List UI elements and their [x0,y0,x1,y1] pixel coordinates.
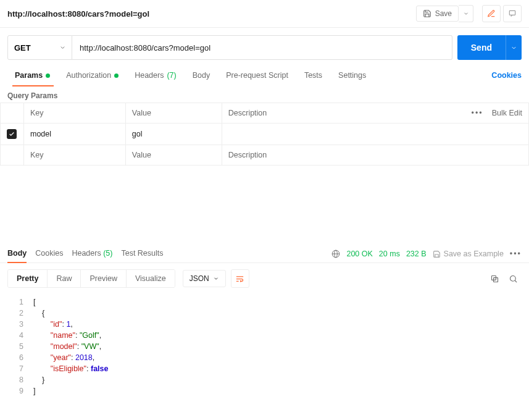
status-size: 232 B [406,250,427,258]
resp-tab-label: Headers [72,249,101,258]
desc-placeholder[interactable]: Description [222,145,528,166]
param-desc[interactable] [222,124,528,145]
copy-icon [490,274,499,284]
format-label: JSON [190,274,209,283]
save-icon [433,250,441,258]
svg-rect-0 [509,10,515,15]
table-row[interactable]: model gol [1,124,529,145]
view-segment: Pretty Raw Preview Visualize [7,269,175,288]
tab-pre-request[interactable]: Pre-request Script [219,65,297,86]
tab-settings[interactable]: Settings [331,65,375,86]
view-preview[interactable]: Preview [80,270,125,287]
comment-button[interactable] [503,5,522,22]
save-icon [423,9,431,18]
tab-label: Params [15,71,43,80]
resp-tab-tests[interactable]: Test Results [121,245,163,262]
format-dropdown[interactable]: JSON [183,270,226,287]
breadcrumb: http://localhost:8080/cars?model=gol [7,9,410,19]
code-lines[interactable]: [ { "id": 1, "name": "Golf", "model": "V… [30,294,108,399]
send-button[interactable]: Send [457,35,506,60]
col-value: Value [125,103,222,124]
view-raw[interactable]: Raw [47,270,80,287]
chevron-down-icon [510,44,517,51]
line-gutter: 123456789 [0,294,30,399]
resp-tab-headers[interactable]: Headers (5) [72,245,112,262]
more-icon[interactable]: ••• [472,109,483,117]
globe-icon[interactable] [331,250,340,258]
dot-indicator [46,74,50,78]
tab-body[interactable]: Body [185,65,219,86]
edit-button[interactable] [482,5,501,22]
wrap-toggle[interactable] [231,269,249,288]
status-time: 20 ms [379,250,400,258]
value-placeholder[interactable]: Value [125,145,222,166]
dot-indicator [114,74,119,78]
save-as-example[interactable]: Save as Example [433,250,504,258]
tab-authorization[interactable]: Authorization [59,65,127,86]
chevron-down-icon [213,275,219,282]
save-label: Save [435,9,452,18]
view-pretty[interactable]: Pretty [8,270,47,287]
param-key[interactable]: model [24,124,126,145]
copy-button[interactable] [486,270,503,287]
col-description: Description ••• Bulk Edit [222,103,528,124]
key-placeholder[interactable]: Key [24,145,126,166]
resp-tab-body[interactable]: Body [7,245,27,262]
checkbox-checked[interactable] [7,129,17,139]
save-button[interactable]: Save [416,6,459,22]
tab-label: Headers [135,71,164,80]
tab-headers[interactable]: Headers (7) [127,65,185,86]
save-dropdown[interactable] [459,5,473,22]
resp-tab-cookies[interactable]: Cookies [35,245,63,262]
tab-params[interactable]: Params [7,65,59,86]
search-button[interactable] [504,270,522,287]
tab-label: Authorization [66,71,111,80]
method-select[interactable]: GET [7,35,72,60]
pencil-icon [487,9,496,18]
params-table: Key Value Description ••• Bulk Edit mode… [0,103,529,166]
bulk-edit-link[interactable]: Bulk Edit [492,109,522,117]
more-icon[interactable]: ••• [510,250,522,258]
search-icon [509,274,518,284]
tab-count: (7) [167,71,176,80]
section-label: Query Params [0,86,529,103]
col-desc-label: Description [228,109,267,117]
response-body: 123456789 [ { "id": 1, "name": "Golf", "… [0,294,529,399]
send-dropdown[interactable] [506,35,522,60]
comment-icon [508,9,517,18]
wrap-icon [235,274,244,284]
chevron-down-icon [463,10,469,17]
tab-tests[interactable]: Tests [297,65,331,86]
url-input[interactable] [72,35,452,60]
cookies-link[interactable]: Cookies [491,65,522,86]
table-row-empty[interactable]: Key Value Description [1,145,529,166]
resp-tab-count: (5) [103,249,112,258]
svg-point-5 [510,275,515,281]
status-code: 200 OK [346,250,372,258]
col-key: Key [24,103,126,124]
param-value[interactable]: gol [125,124,222,145]
view-visualize[interactable]: Visualize [126,270,175,287]
save-example-label: Save as Example [444,250,504,258]
